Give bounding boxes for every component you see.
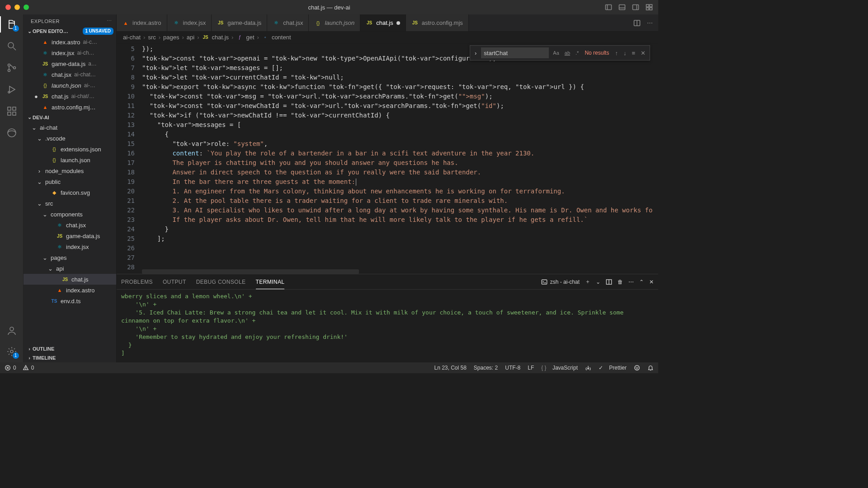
activity-source-control[interactable] <box>5 61 18 74</box>
activity-explorer[interactable]: 1 <box>5 18 18 31</box>
terminal-more-icon[interactable]: ⋯ <box>628 279 634 285</box>
status-feedback-icon[interactable] <box>634 365 640 371</box>
tree-file[interactable]: ⚛chat.jsx <box>24 220 116 230</box>
editor-tab[interactable]: ▲index.astro <box>117 14 167 31</box>
status-prettier[interactable]: ✓ Prettier <box>599 365 627 371</box>
activity-search[interactable] <box>5 40 18 52</box>
file-name: game-data.js <box>52 61 85 67</box>
tree-folder[interactable]: ›node_modules <box>24 165 116 176</box>
status-errors[interactable]: 0 <box>5 365 16 371</box>
status-spaces[interactable]: Spaces: 2 <box>474 365 498 371</box>
timeline-header[interactable]: › TIMELINE <box>24 353 116 362</box>
open-editor-item[interactable]: ▲index.astroai-c… <box>24 37 116 47</box>
activity-edge-tools[interactable] <box>5 127 18 139</box>
layout-sidebar-right-icon[interactable] <box>632 4 639 11</box>
activity-account[interactable] <box>5 324 18 337</box>
customize-layout-icon[interactable] <box>646 4 653 11</box>
find-close-icon[interactable]: ✕ <box>639 50 647 56</box>
activity-extensions[interactable] <box>5 105 18 117</box>
editor-tab[interactable]: JSgame-data.js <box>212 14 267 31</box>
code-content[interactable]: });"tok-kw">const "tok-var">openai = "to… <box>142 43 658 274</box>
tree-file[interactable]: JSchat.js <box>24 274 116 285</box>
terminal-dropdown-icon[interactable]: ⌄ <box>596 279 600 285</box>
code-editor[interactable]: › Aa ab .* No results ↑ ↓ ≡ ✕ 5678910111… <box>117 43 658 274</box>
open-editor-item[interactable]: ●JSchat.jsai-chat/… <box>24 91 116 102</box>
close-window-button[interactable] <box>5 5 11 10</box>
tab-overflow-icon[interactable]: ⋯ <box>647 19 653 26</box>
status-position[interactable]: Ln 23, Col 58 <box>434 365 466 371</box>
breadcrumb-item[interactable]: src <box>148 34 156 41</box>
status-encoding[interactable]: UTF-8 <box>505 365 520 371</box>
activity-settings[interactable]: 1 <box>5 345 18 358</box>
terminal-output[interactable]: wberry slices and a lemon wheel.\n' + '\… <box>117 290 658 362</box>
find-selection-icon[interactable]: ≡ <box>630 50 637 56</box>
tree-file[interactable]: {}extensions.json <box>24 144 116 155</box>
tree-file[interactable]: ⚛index.jsx <box>24 241 116 252</box>
panel-tab-problems[interactable]: PROBLEMS <box>121 279 153 285</box>
panel-tab-output[interactable]: OUTPUT <box>163 279 186 285</box>
svg-file-icon: ◆ <box>51 189 58 196</box>
status-warnings[interactable]: 0 <box>23 365 34 371</box>
open-editor-item[interactable]: JSgame-data.jsa… <box>24 58 116 69</box>
outline-header[interactable]: › OUTLINE <box>24 344 116 353</box>
status-bell-icon[interactable] <box>647 365 654 371</box>
workspace-header[interactable]: ⌄ DEV-AI <box>24 113 116 122</box>
breadcrumbs[interactable]: ai-chat›src›pages›api›JSchat.js›ƒget›▫co… <box>117 32 658 43</box>
tree-file[interactable]: {}launch.json <box>24 155 116 165</box>
layout-panel-icon[interactable] <box>618 4 626 11</box>
tree-folder[interactable]: ⌄components <box>24 209 116 220</box>
terminal-new-icon[interactable]: ＋ <box>585 278 590 286</box>
status-language[interactable]: { } JavaScript <box>541 365 578 371</box>
editor-tab[interactable]: JSastro.config.mjs <box>406 14 469 31</box>
terminal-shell-picker[interactable]: zsh - ai-chat <box>541 279 580 285</box>
editor-tab[interactable]: JSchat.js <box>360 14 406 31</box>
find-next-icon[interactable]: ↓ <box>622 50 628 56</box>
layout-sidebar-left-icon[interactable] <box>605 4 612 11</box>
maximize-window-button[interactable] <box>24 5 29 10</box>
panel-tab-terminal[interactable]: TERMINAL <box>256 279 285 289</box>
open-editor-item[interactable]: {}launch.jsonai-… <box>24 80 116 91</box>
open-editor-item[interactable]: ⚛chat.jsxai-chat… <box>24 69 116 80</box>
breadcrumb-item[interactable]: ai-chat <box>123 34 141 41</box>
panel-tab-debug-console[interactable]: DEBUG CONSOLE <box>196 279 246 285</box>
minimize-window-button[interactable] <box>14 5 20 10</box>
tree-folder[interactable]: ⌄pages <box>24 252 116 263</box>
activity-run-debug[interactable] <box>5 83 18 96</box>
tree-folder[interactable]: ⌄src <box>24 198 116 209</box>
open-editor-item[interactable]: ⚛index.jsxai-ch… <box>24 47 116 58</box>
editor-tab[interactable]: ⚛chat.jsx <box>267 14 309 31</box>
breadcrumb-item[interactable]: api <box>187 34 194 41</box>
find-input[interactable] <box>481 47 549 58</box>
breadcrumb-item[interactable]: chat.js <box>212 34 229 41</box>
panel-maximize-icon[interactable]: ⌃ <box>639 279 644 285</box>
horizontal-scrollbar[interactable] <box>142 269 359 274</box>
sidebar-more-icon[interactable]: ⋯ <box>107 18 112 24</box>
find-prev-icon[interactable]: ↑ <box>613 50 619 56</box>
split-editor-icon[interactable] <box>633 19 641 27</box>
tree-folder[interactable]: ⌄.vscode <box>24 133 116 144</box>
find-whole-word-icon[interactable]: ab <box>563 49 571 56</box>
editor-tab[interactable]: ⚛index.jsx <box>167 14 212 31</box>
chevron-icon: ⌄ <box>31 124 37 131</box>
terminal-split-icon[interactable] <box>606 279 612 285</box>
tree-folder[interactable]: ⌄public <box>24 176 116 187</box>
find-regex-icon[interactable]: .* <box>574 49 580 56</box>
tree-file[interactable]: TSenv.d.ts <box>24 296 116 306</box>
open-editors-header[interactable]: ⌄ OPEN EDITO… 1 unsaved <box>24 26 116 37</box>
tree-folder[interactable]: ⌄ai-chat <box>24 122 116 133</box>
open-editor-item[interactable]: ▲astro.config.mj… <box>24 102 116 113</box>
terminal-kill-icon[interactable]: 🗑 <box>618 279 623 285</box>
tree-file[interactable]: ▲index.astro <box>24 285 116 296</box>
tree-file[interactable]: ◆favicon.svg <box>24 187 116 198</box>
find-match-case-icon[interactable]: Aa <box>552 49 560 56</box>
tree-folder[interactable]: ⌄api <box>24 263 116 274</box>
status-radio-tower-icon[interactable] <box>585 365 591 371</box>
status-eol[interactable]: LF <box>528 365 534 371</box>
panel-close-icon[interactable]: ✕ <box>649 279 654 285</box>
breadcrumb-item[interactable]: pages <box>163 34 179 41</box>
tree-file[interactable]: JSgame-data.js <box>24 230 116 241</box>
breadcrumb-item[interactable]: get <box>246 34 254 41</box>
breadcrumb-item[interactable]: content <box>272 34 291 41</box>
find-expand-icon[interactable]: › <box>473 50 478 56</box>
editor-tab[interactable]: {}launch.json <box>309 14 360 31</box>
